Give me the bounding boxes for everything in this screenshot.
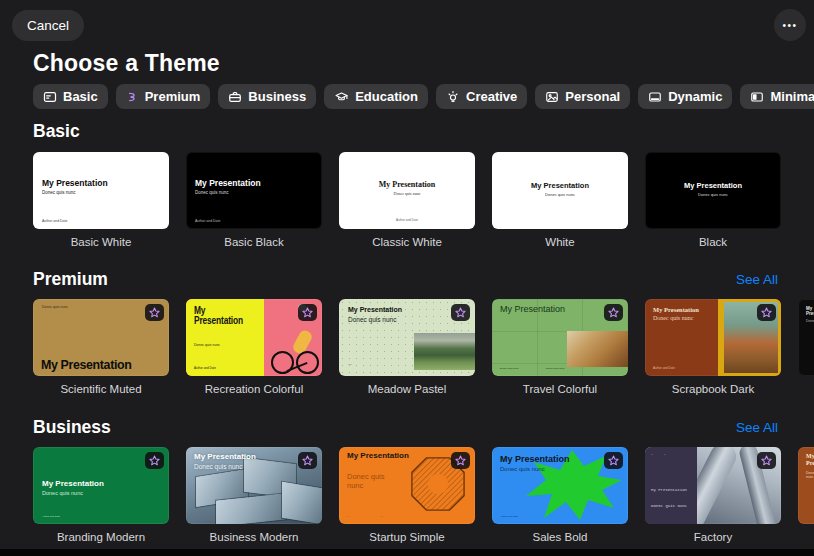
preview-title: My Presentation [500, 454, 570, 464]
theme-name [798, 531, 814, 544]
theme-name: Business Modern [186, 531, 322, 544]
filter-chip-dynamic[interactable]: Dynamic [638, 84, 732, 109]
preview-footer: Author and Date [194, 366, 216, 370]
filter-chip-basic[interactable]: Basic [33, 84, 108, 109]
preview-footer: Author and Date [42, 515, 60, 518]
preview-subtitle: Donec quis nunc [42, 190, 76, 195]
preview-title: My Presentation [194, 306, 246, 327]
preview-title: My Presentation [42, 479, 104, 488]
business-see-all-link[interactable]: See All [736, 420, 778, 435]
preview-footer: Author and Date [339, 218, 475, 222]
preview-footer: Author and Date [195, 219, 221, 223]
premium-see-all-link[interactable]: See All [736, 272, 778, 287]
preview-subtitle: Donec quis nunc [42, 305, 68, 309]
cancel-button[interactable]: Cancel [12, 10, 84, 41]
section-title-business: Business [33, 417, 111, 438]
basic-theme-row: My Presentation Donec quis nunc Author a… [0, 152, 814, 249]
filter-chip-creative[interactable]: Creative [436, 84, 527, 109]
filter-chip-minimal[interactable]: Minimal [740, 84, 814, 109]
side-panel [645, 447, 697, 524]
premium-star-badge [604, 304, 623, 321]
briefcase-icon [228, 90, 242, 104]
theme-name: Startup Simple [339, 531, 475, 544]
meadow-photo [414, 333, 475, 370]
preview-subtitle: Donec quis nunc [347, 473, 399, 490]
preview-title: My Presentation [651, 488, 695, 493]
bike-wheel [271, 351, 294, 374]
preview-title: My Presentation [500, 304, 580, 314]
theme-card-business-modern[interactable]: My Presentation Donec quis nunc Business… [186, 447, 322, 544]
bottom-edge-bar [0, 549, 814, 556]
theme-card-sales-bold[interactable]: My Presentation Donec quis nunc Author a… [492, 447, 628, 544]
preview-footer: Author and Date [653, 366, 675, 370]
lightbulb-icon [446, 90, 460, 104]
dynamic-layout-icon [648, 90, 662, 104]
preview-header-marks: – – [651, 452, 670, 456]
premium-star-badge [145, 304, 164, 321]
premium-star-badge [298, 304, 317, 321]
preview-title: My Presentation [645, 181, 781, 190]
theme-card-black[interactable]: My Presentation Donec quis nunc Black [645, 152, 781, 249]
preview-footer: – [347, 514, 349, 518]
theme-card-scientific-muted[interactable]: Donec quis nunc My Presentation Scientif… [33, 299, 169, 396]
preview-subtitle: Donec quis nunc [194, 343, 220, 347]
theme-card-startup-simple[interactable]: My Presentation Donec quis nunc – – Star… [339, 447, 475, 544]
theme-card-scrapbook-dark[interactable]: My Presentation Donec quis nunc Author a… [645, 299, 781, 396]
theme-name: Classic White [339, 236, 475, 249]
theme-name: Sales Bold [492, 531, 628, 544]
preview-subtitle: Donec quis nunc [195, 190, 229, 195]
theme-card-partial[interactable]: My Presentation Donec quis nunc [798, 299, 814, 396]
theme-card-basic-black[interactable]: My Presentation Donec quis nunc Author a… [186, 152, 322, 249]
graduation-cap-icon [334, 90, 349, 104]
premium-star-badge [298, 452, 317, 469]
preview-subtitle: Donec Quis Nunc [651, 504, 695, 509]
theme-name: Scrapbook Dark [645, 383, 781, 396]
preview-title: My Presentation [806, 306, 814, 317]
filter-chip-education[interactable]: Education [324, 84, 428, 109]
page-title: Choose a Theme [33, 50, 220, 77]
theme-card-classic-white[interactable]: My Presentation Donec quis nunc Author a… [339, 152, 475, 249]
preview-subtitle: Donec quis nunc [339, 191, 475, 196]
filter-chip-business[interactable]: Business [218, 84, 316, 109]
theme-card-white[interactable]: My Presentation Donec quis nunc White [492, 152, 628, 249]
preview-footer: Author and Date [500, 515, 518, 518]
theme-name [798, 383, 814, 396]
preview-subtitle: Donec quis nunc [806, 471, 814, 479]
theme-name: Factory [645, 531, 781, 544]
theme-card-factory[interactable]: – – My Presentation Donec Quis Nunc Fact… [645, 447, 781, 544]
preview-footer: Donec quis nunc [546, 367, 565, 370]
preview-title: My Presentation [41, 357, 131, 372]
preview-subtitle: Donec quis nunc [42, 490, 83, 496]
section-title-premium: Premium [33, 269, 108, 290]
theme-card-recreation-colorful[interactable]: My Presentation Donec quis nunc Author a… [186, 299, 322, 396]
building-facet [282, 482, 322, 524]
premium-star-badge [757, 304, 776, 321]
theme-name: Travel Colorful [492, 383, 628, 396]
preview-title: My Presentation [653, 306, 699, 313]
theme-card-branding-modern[interactable]: My Presentation Donec quis nunc Author a… [33, 447, 169, 544]
ellipsis-icon: ••• [782, 20, 797, 31]
more-options-button[interactable]: ••• [774, 9, 806, 41]
theme-name: Recreation Colorful [186, 383, 322, 396]
filter-chip-personal[interactable]: Personal [535, 84, 630, 109]
theme-card-partial[interactable]: My Presentation Donec quis nunc [798, 447, 814, 544]
filter-chip-premium[interactable]: Premium [116, 84, 211, 109]
business-theme-row: My Presentation Donec quis nunc Author a… [0, 447, 814, 544]
dune-photo [567, 331, 628, 367]
preview-footer: — [348, 361, 352, 366]
preview-title: My Presentation [348, 306, 402, 313]
theme-card-basic-white[interactable]: My Presentation Donec quis nunc Author a… [33, 152, 169, 249]
preview-title: My Presentation [195, 178, 261, 188]
preview-title: My Presentation [492, 181, 628, 190]
preview-subtitle: Donec quis nunc [348, 316, 396, 323]
theme-name: Black [645, 236, 781, 249]
slide-icon [43, 90, 57, 104]
theme-name: Basic Black [186, 236, 322, 249]
theme-card-travel-colorful[interactable]: My Presentation Donec quis nunc Donec qu… [492, 299, 628, 396]
theme-name: Scientific Muted [33, 383, 169, 396]
premium-star-badge [757, 452, 776, 469]
premium-squiggle-icon [126, 90, 139, 104]
preview-title: My Presentation [194, 452, 256, 461]
theme-card-meadow-pastel[interactable]: My Presentation Donec quis nunc — Meadow… [339, 299, 475, 396]
premium-star-badge [604, 452, 623, 469]
